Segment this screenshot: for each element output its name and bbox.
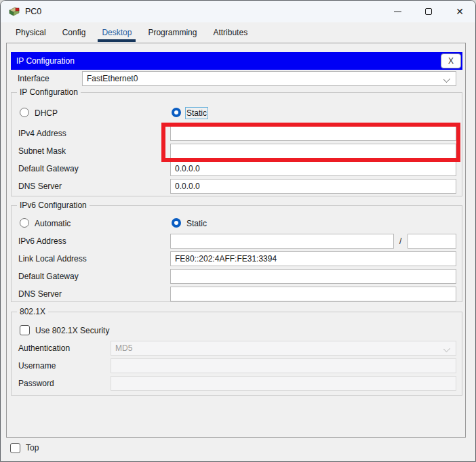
ip-configuration-legend: IP Configuration xyxy=(17,87,81,97)
username-input xyxy=(111,358,456,373)
dialog-header: IP Configuration X xyxy=(11,52,462,70)
maximize-icon xyxy=(425,8,432,15)
static-radio-label[interactable]: Static xyxy=(186,108,207,118)
chevron-down-icon xyxy=(443,76,450,83)
dhcp-radio-label[interactable]: DHCP xyxy=(35,108,58,118)
dialog-close-button[interactable]: X xyxy=(441,54,461,68)
tab-attributes[interactable]: Attributes xyxy=(212,22,249,43)
ipv6-default-gateway-input[interactable] xyxy=(170,269,456,284)
ip-configuration-group: IP Configuration DHCP Static IPv4 Addres… xyxy=(11,92,462,196)
ipv4-address-input[interactable] xyxy=(170,126,456,141)
ipv6-address-input[interactable] xyxy=(170,234,394,249)
minimize-button[interactable] xyxy=(382,1,413,22)
ipv6-static-radio[interactable] xyxy=(172,218,181,228)
ipv6-address-label: IPv6 Address xyxy=(18,236,66,246)
password-label: Password xyxy=(18,379,54,388)
ipv6-dns-server-input[interactable] xyxy=(170,287,456,301)
dhcp-radio[interactable] xyxy=(20,108,29,117)
subnet-mask-input[interactable] xyxy=(170,144,456,159)
tab-config[interactable]: Config xyxy=(61,22,87,43)
footer: Top xyxy=(10,442,39,453)
ipv4-address-label: IPv4 Address xyxy=(18,129,66,138)
static-radio[interactable] xyxy=(172,108,181,117)
username-label: Username xyxy=(18,361,56,371)
ipv6-automatic-radio[interactable] xyxy=(20,218,29,228)
authentication-label: Authentication xyxy=(18,343,70,353)
authentication-dropdown: MD5 xyxy=(111,341,456,356)
ipv6-automatic-radio-label[interactable]: Automatic xyxy=(35,219,71,228)
default-gateway-input[interactable] xyxy=(170,161,456,176)
top-checkbox-label[interactable]: Top xyxy=(26,443,39,453)
use-dot1x-security-checkbox[interactable] xyxy=(20,325,30,335)
close-icon: ✕ xyxy=(456,7,464,16)
title-bar: PC0 ✕ xyxy=(1,1,475,22)
pc-device-icon xyxy=(9,7,20,17)
window-controls: ✕ xyxy=(382,1,475,22)
close-button[interactable]: ✕ xyxy=(444,1,475,22)
pc0-window: PC0 ✕ Physical Config Desktop Programmin… xyxy=(0,0,476,462)
tab-bar: Physical Config Desktop Programming Attr… xyxy=(1,22,475,43)
dns-server-input[interactable] xyxy=(170,179,456,194)
default-gateway-label: Default Gateway xyxy=(18,164,79,173)
tab-physical[interactable]: Physical xyxy=(14,22,47,43)
ipv6-prefix-separator: / xyxy=(399,236,401,246)
interface-label: Interface xyxy=(18,74,49,83)
dot1x-legend: 802.1X xyxy=(17,307,48,316)
ipv6-dns-server-label: DNS Server xyxy=(18,289,62,299)
dialog-title: IP Configuration xyxy=(16,56,75,66)
tab-desktop[interactable]: Desktop xyxy=(100,22,133,43)
tab-programming[interactable]: Programming xyxy=(146,22,198,43)
link-local-address-label: Link Local Address xyxy=(18,254,87,264)
maximize-button[interactable] xyxy=(413,1,444,22)
password-input xyxy=(111,376,456,391)
chevron-down-icon xyxy=(443,345,450,352)
ipv6-default-gateway-label: Default Gateway xyxy=(18,272,79,281)
use-dot1x-security-label[interactable]: Use 802.1X Security xyxy=(35,326,109,335)
ipv6-prefix-input[interactable] xyxy=(408,234,456,249)
subnet-mask-label: Subnet Mask xyxy=(18,146,66,156)
top-checkbox[interactable] xyxy=(10,443,20,453)
minimize-icon xyxy=(394,12,401,12)
window-title: PC0 xyxy=(25,7,41,16)
interface-dropdown[interactable]: FastEthernet0 xyxy=(82,71,456,86)
desktop-tab-content: IP Configuration X Interface FastEtherne… xyxy=(6,43,466,438)
dns-server-label: DNS Server xyxy=(18,182,62,191)
ipv6-static-radio-label[interactable]: Static xyxy=(186,219,207,228)
link-local-address-input[interactable] xyxy=(170,251,456,266)
dot1x-group: 802.1X Use 802.1X Security Authenticatio… xyxy=(11,312,462,396)
ipv6-configuration-legend: IPv6 Configuration xyxy=(17,201,90,210)
ipv6-configuration-group: IPv6 Configuration Automatic Static IPv6… xyxy=(11,205,462,302)
